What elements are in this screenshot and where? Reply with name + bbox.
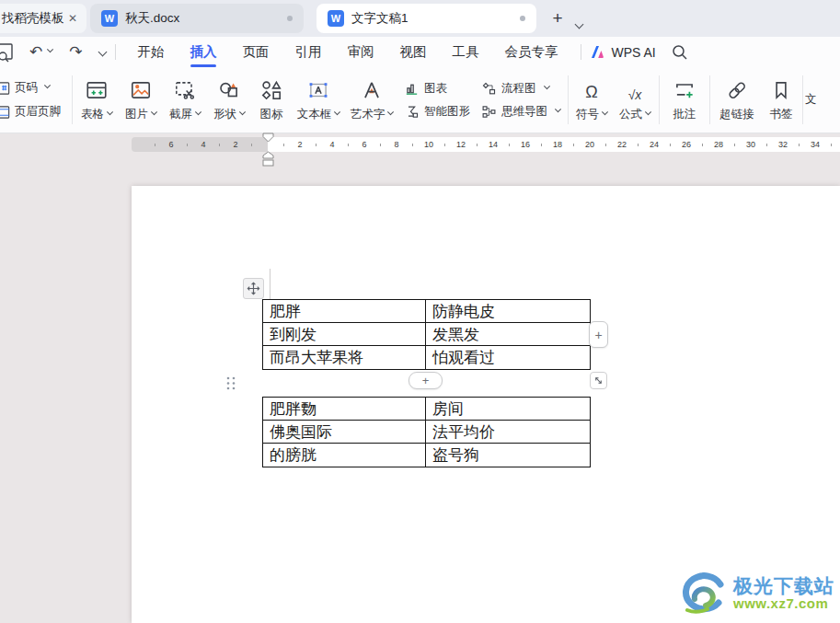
table-row: 到刚发发黑发: [263, 323, 591, 346]
table-cell[interactable]: 发黑发: [426, 323, 591, 346]
add-row-button[interactable]: +: [408, 372, 443, 389]
page-number-button[interactable]: 页码: [0, 80, 70, 96]
menu-tools[interactable]: 工具: [440, 37, 492, 67]
smart-graphic-button[interactable]: 智能图形: [404, 104, 481, 120]
table-row: 而昂大苹果将怕观看过: [263, 346, 591, 369]
new-tab-button[interactable]: +: [547, 7, 569, 29]
tab-status-dot: [520, 16, 525, 21]
ruler-number: 34: [811, 137, 820, 152]
page-tools-group: 页码 页眉页脚: [0, 67, 70, 133]
mindmap-button[interactable]: 思维导图: [481, 104, 566, 120]
watermark-logo-icon: [678, 571, 728, 616]
symbol-button[interactable]: Ω 符号: [570, 67, 613, 133]
wordart-icon: [360, 78, 384, 102]
table-cell[interactable]: 的膀胱: [263, 444, 426, 467]
drag-dots-handle[interactable]: [225, 375, 236, 391]
ribbon-toolbar: 页码 页眉页脚 表格 图片 截屏 形状 图标 文本框 艺术字 图表: [0, 67, 840, 133]
ruler-ticks: [132, 144, 268, 146]
hanging-indent-marker[interactable]: [262, 151, 274, 159]
clipped-toolbar-button[interactable]: 文: [805, 67, 822, 133]
separator: [115, 44, 116, 60]
sqrt-x-icon: √x: [628, 78, 642, 102]
ruler-margin-segment: 6 4 2: [132, 137, 268, 152]
ruler-number: 6: [362, 137, 366, 152]
comment-button[interactable]: 批注: [662, 67, 708, 133]
first-line-indent-marker[interactable]: [262, 133, 274, 143]
four-arrows-icon: [246, 281, 261, 296]
redo-button[interactable]: ↷: [67, 44, 84, 60]
ruler-number: 10: [424, 137, 433, 152]
wps-ai-button[interactable]: WPS AI: [591, 45, 656, 60]
menu-insert[interactable]: 插入: [178, 37, 230, 67]
diagonal-resize-icon: [593, 375, 604, 386]
bookmark-button[interactable]: 书签: [762, 67, 800, 133]
table-cell[interactable]: 防静电皮: [426, 300, 591, 323]
table-cell[interactable]: 而昂大苹果将: [263, 346, 426, 369]
tab-docer-templates[interactable]: 找稻壳模板 ✕: [0, 4, 86, 33]
add-column-button[interactable]: +: [589, 321, 608, 348]
tab-label: 找稻壳模板: [2, 10, 64, 27]
more-commands-chevron-icon[interactable]: [98, 48, 107, 57]
picture-icon: [129, 78, 153, 102]
left-indent-marker[interactable]: [262, 159, 274, 167]
ruler-number: 8: [394, 137, 398, 152]
wordart-button[interactable]: 艺术字: [345, 67, 398, 133]
tab-autumn-docx[interactable]: W 秋天.docx: [90, 4, 304, 33]
flowchart-button[interactable]: 流程图: [481, 81, 566, 97]
undo-button[interactable]: ↶: [28, 44, 44, 60]
menu-page[interactable]: 页面: [230, 37, 282, 67]
textbox-icon: [306, 78, 330, 102]
insert-chart-button[interactable]: 图表: [404, 81, 481, 97]
dropdown-chevron-icon: [107, 109, 113, 115]
icon-library-icon: [259, 78, 283, 102]
separator: [72, 75, 73, 124]
table-move-handle[interactable]: [243, 278, 264, 299]
separator: [709, 75, 710, 124]
insert-picture-button[interactable]: 图片: [119, 67, 163, 133]
table-cell[interactable]: 法平均价: [426, 421, 591, 444]
document-table-2[interactable]: 肥胖覅房间 佛奥国际法平均价 的膀胱盗号狗: [262, 397, 591, 467]
print-preview-icon[interactable]: [0, 42, 18, 63]
table-cell[interactable]: 怕观看过: [426, 346, 591, 369]
hyperlink-button[interactable]: 超链接: [712, 67, 762, 133]
dropdown-chevron-icon: [543, 83, 549, 89]
table-resize-handle[interactable]: [590, 372, 607, 389]
icon-library-button[interactable]: 图标: [251, 67, 292, 133]
smart-graphic-icon: [404, 104, 420, 120]
table-cell[interactable]: 佛奥国际: [263, 421, 426, 444]
shapes-button[interactable]: 形状: [207, 67, 251, 133]
screenshot-button[interactable]: 截屏: [163, 67, 207, 133]
header-footer-button[interactable]: 页眉页脚: [0, 104, 70, 120]
menu-home[interactable]: 开始: [125, 37, 178, 67]
ruler-number: 4: [201, 137, 205, 152]
header-footer-icon: [0, 105, 11, 120]
menu-view[interactable]: 视图: [387, 37, 440, 67]
table-cell[interactable]: 肥胖覅: [263, 398, 426, 421]
ruler-number: 32: [778, 137, 788, 152]
document-table-1[interactable]: 肥胖防静电皮 到刚发发黑发 而昂大苹果将怕观看过: [262, 299, 591, 370]
table-cell[interactable]: 到刚发: [263, 323, 426, 346]
tab-active-document[interactable]: W 文字文稿1: [316, 4, 536, 33]
dropdown-chevron-icon: [195, 109, 201, 115]
table-cell[interactable]: 盗号狗: [426, 444, 591, 467]
insert-table-button[interactable]: 表格: [75, 67, 119, 133]
menu-bar: ↶ ↷ 开始 插入 页面 引用 审阅 视图 工具 会员专享 WPS AI: [0, 37, 840, 67]
tab-list-chevron-icon[interactable]: [576, 15, 582, 31]
table-cell[interactable]: 房间: [426, 398, 591, 421]
mindmap-icon: [481, 104, 497, 120]
dropdown-chevron-icon: [555, 106, 561, 112]
close-icon[interactable]: ✕: [68, 13, 77, 24]
formula-button[interactable]: √x 公式: [613, 67, 657, 133]
search-icon[interactable]: [671, 43, 688, 61]
table-cell[interactable]: 肥胖: [263, 300, 426, 323]
menu-member[interactable]: 会员专享: [492, 37, 571, 67]
menu-review[interactable]: 审阅: [335, 37, 387, 67]
menu-reference[interactable]: 引用: [282, 37, 335, 67]
ruler-number: 16: [521, 137, 530, 152]
table-row: 肥胖覅房间: [263, 398, 591, 421]
table-row: 佛奥国际法平均价: [263, 421, 591, 444]
undo-dropdown-chevron-icon[interactable]: [47, 46, 53, 52]
textbox-button[interactable]: 文本框: [292, 67, 345, 133]
separator: [659, 75, 660, 124]
watermark-site-name: 极光下载站: [733, 575, 834, 596]
